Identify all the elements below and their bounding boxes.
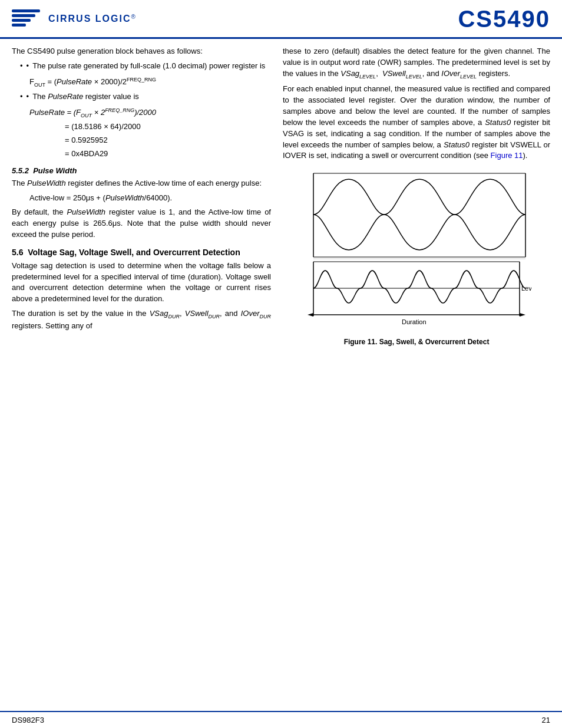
right-column: these to zero (default) disables the det… [283,46,550,352]
section-56-p1: Voltage sag detection is used to determi… [12,261,271,305]
registered-mark: ® [131,14,135,20]
figure11-link[interactable]: Figure 11 [491,151,523,160]
svg-marker-8 [520,313,525,317]
page-header: CIRRUS LOGIC® CS5490 [0,0,562,39]
intro-paragraph: The CS5490 pulse generation block behave… [12,46,271,57]
subsection-552-heading: 5.5.2 Pulse Width [12,166,271,175]
section-56-heading: 5.6 Voltage Sag, Voltage Swell, and Over… [12,248,271,257]
figure-11-container: Level Duration [283,167,550,346]
svg-rect-0 [12,9,40,12]
logo-text: CIRRUS LOGIC [48,14,131,24]
section-56-p2: The duration is set by the value in the … [12,308,271,331]
svg-marker-7 [308,313,313,317]
pulse-width-p1: The PulseWidth register defines the Acti… [12,178,271,189]
bullet-item-1: • The pulse rate generated by full-scale… [20,61,271,72]
footer-page-number: 21 [542,716,550,724]
formula-fout: FOUT = (PulseRate × 2000)/2FREQ_RNG [29,75,271,89]
right-para1: these to zero (default) disables the det… [283,46,550,80]
bullet-item-2: • The PulseRate register value is [20,91,271,103]
figure-11-svg: Level Duration [302,167,531,332]
page-footer: DS982F3 21 [0,711,562,728]
svg-rect-3 [12,24,26,27]
logo-text-group: CIRRUS LOGIC® [48,14,135,24]
duration-label: Duration [402,318,427,325]
active-low-formula: Active-low = 250μs + (PulseWidth/64000). [29,192,271,205]
left-column: The CS5490 pulse generation block behave… [12,46,271,352]
footer-doc-number: DS982F3 [12,716,44,724]
main-content: The CS5490 pulse generation block behave… [0,39,562,352]
chip-number: CS5490 [458,6,550,32]
svg-rect-1 [12,14,35,17]
logo-area: CIRRUS LOGIC® [12,7,135,32]
right-para2: For each enabled input channel, the meas… [283,84,550,162]
figure-11-caption: Figure 11. Sag, Swell, & Overcurrent Det… [283,338,550,346]
bullet-list-2: • The PulseRate register value is [12,91,271,103]
bullet-list: • The pulse rate generated by full-scale… [12,61,271,72]
pulse-width-p2: By default, the PulseWidth register valu… [12,207,271,241]
svg-rect-2 [12,19,31,22]
cirrus-logic-logo-icon [12,7,44,32]
formula-pulserate: PulseRate = (FOUT × 2FREQ_RNG)/2000 = (1… [29,106,271,160]
